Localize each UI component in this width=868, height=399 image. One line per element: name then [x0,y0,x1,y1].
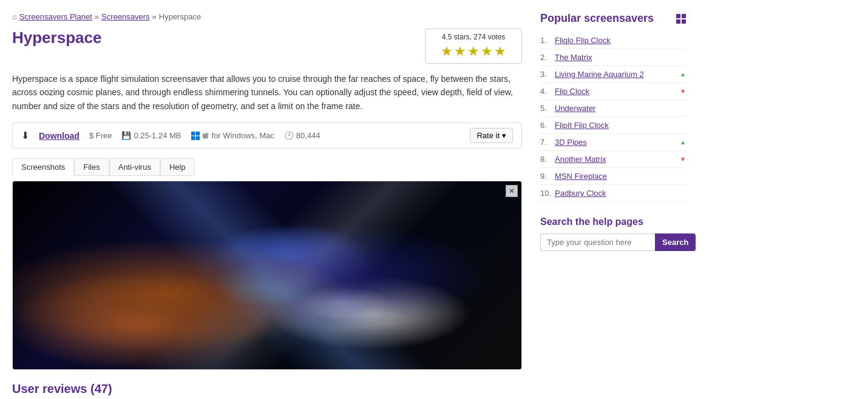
breadcrumb: ⌂ Screensavers Planet » Screensavers » H… [12,12,522,21]
list-item: 9. MSN Fireplace [540,168,686,185]
tab-files[interactable]: Files [74,158,109,176]
popular-link-5[interactable]: Underwater [555,104,686,113]
popular-link-2[interactable]: The Matrix [555,53,686,62]
indicator-down: ▼ [680,88,686,95]
search-button[interactable]: Search [655,233,696,251]
rating-box: 4.5 stars, 274 votes ★ ★ ★ ★ ★ [425,29,522,64]
star-4: ★ [481,44,493,59]
popular-link-7[interactable]: 3D Pipes [555,138,676,147]
popular-link-9[interactable]: MSN Fireplace [555,172,686,181]
popular-link-10[interactable]: Padbury Clock [555,189,686,198]
description: Hyperspace is a space flight simulation … [12,72,522,113]
list-num: 2. [540,53,555,62]
list-num: 5. [540,104,555,113]
breadcrumb-separator: » [95,12,99,21]
star-2: ★ [454,44,466,59]
popular-link-3[interactable]: Living Marine Aquarium 2 [555,70,676,79]
list-num: 8. [540,155,555,164]
popular-link-6[interactable]: FlipIt Flip Clock [555,121,686,130]
breadcrumb-link-screensavers[interactable]: Screensavers [101,12,149,21]
tab-help[interactable]: Help [160,158,195,176]
list-item: 5. Underwater [540,100,686,117]
search-input[interactable] [540,233,655,251]
indicator-down-2: ▼ [680,156,686,163]
star-3: ★ [467,44,480,59]
breadcrumb-current: Hyperspace [159,12,201,21]
download-link[interactable]: Download [39,131,80,141]
close-button[interactable]: ✕ [506,185,518,197]
star-5: ★ [494,44,506,59]
download-size: 💾 0.25-1.24 MB [121,131,181,140]
star-1: ★ [441,44,453,59]
download-count: 🕐 80,444 [284,131,320,140]
download-bar: ⬇ Download $ Free 💾 0.25-1.24 MB [12,122,522,149]
platform-icons: for Windows, Mac [191,131,274,140]
svg-rect-1 [195,132,200,136]
svg-rect-3 [195,136,200,140]
list-item: 2. The Matrix [540,49,686,66]
list-num: 7. [540,138,555,147]
download-price: $ Free [89,131,112,140]
user-reviews-title: User reviews (47) [12,382,522,396]
popular-screensavers-title: Popular screensavers [540,12,686,25]
page-title: Hyperspace [12,29,101,47]
tabs-wrapper: Screenshots Files Anti-virus Help [12,158,522,176]
indicator-up: ▲ [680,71,686,78]
windows-icon [191,132,200,140]
apple-icon [202,132,210,140]
popular-link-4[interactable]: Flip Clock [555,87,676,96]
popular-link-1[interactable]: Fliqlo Flip Clock [555,36,686,45]
search-help-title: Search the help pages [540,216,686,227]
svg-rect-0 [191,132,195,136]
list-num: 3. [540,70,555,79]
clock-icon: 🕐 [284,131,294,140]
rating-text: 4.5 stars, 274 votes [433,33,514,41]
tab-screenshots[interactable]: Screenshots [12,158,74,176]
list-num: 9. [540,172,555,181]
indicator-up-2: ▲ [680,139,686,146]
list-num: 4. [540,87,555,96]
home-icon: ⌂ [12,12,17,21]
grid-icon [676,14,686,24]
list-item: 7. 3D Pipes ▲ [540,134,686,151]
list-num: 6. [540,121,555,130]
list-item: 3. Living Marine Aquarium 2 ▲ [540,66,686,83]
screenshot-image [13,181,521,369]
star-rating: ★ ★ ★ ★ ★ [433,44,514,59]
svg-rect-2 [191,136,195,140]
screenshot-container: ✕ [12,181,522,370]
sidebar: Popular screensavers 1. Fliqlo Flip Cloc… [540,6,686,396]
list-item: 6. FlipIt Flip Clock [540,117,686,134]
popular-list: 1. Fliqlo Flip Clock 2. The Matrix 3. Li… [540,32,686,202]
download-icon: ⬇ [21,130,29,141]
search-help-form: Search [540,233,686,251]
list-num: 10. [540,189,555,198]
breadcrumb-separator-2: » [152,12,157,21]
breadcrumb-link-home[interactable]: Screensavers Planet [19,12,92,21]
list-item: 8. Another Matrix ▼ [540,151,686,168]
rate-button[interactable]: Rate it ▾ [470,128,513,143]
list-item: 4. Flip Clock ▼ [540,83,686,100]
list-item: 10. Padbury Clock [540,185,686,202]
tab-antivirus[interactable]: Anti-virus [109,158,160,176]
disk-icon: 💾 [121,131,131,140]
list-num: 1. [540,36,555,45]
popular-link-8[interactable]: Another Matrix [555,155,676,164]
list-item: 1. Fliqlo Flip Clock [540,32,686,49]
tabs: Screenshots Files Anti-virus Help [12,158,522,176]
